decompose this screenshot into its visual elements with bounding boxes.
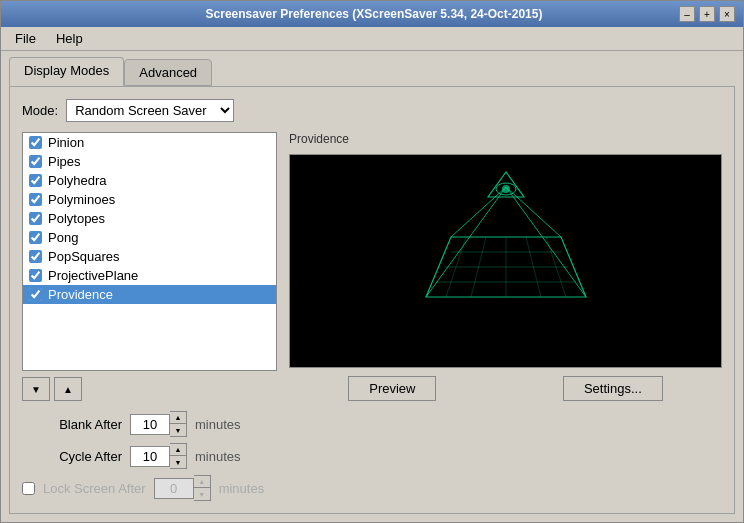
screensaver-checkbox[interactable] (29, 269, 42, 282)
screensaver-name: Pinion (48, 135, 84, 150)
screensaver-checkbox[interactable] (29, 136, 42, 149)
window-controls: – + × (679, 6, 735, 22)
maximize-button[interactable]: + (699, 6, 715, 22)
lock-spin-buttons: ▲ ▼ (194, 475, 211, 501)
blank-after-spin-buttons: ▲ ▼ (170, 411, 187, 437)
screensaver-checkbox[interactable] (29, 288, 42, 301)
screensaver-list[interactable]: PinionPipesPolyhedraPolyminoesPolytopesP… (22, 132, 277, 371)
screensaver-name: Providence (48, 287, 113, 302)
preview-box (289, 154, 722, 368)
svg-line-3 (451, 187, 506, 237)
menu-file[interactable]: File (9, 29, 42, 48)
preview-button[interactable]: Preview (348, 376, 436, 401)
tabs-bar: Display Modes Advanced (1, 51, 743, 86)
list-arrows: ▼ ▲ (22, 377, 277, 401)
cycle-after-unit: minutes (195, 449, 241, 464)
mode-label: Mode: (22, 103, 58, 118)
mode-row: Mode: Disable Screen Saver Blank Screen … (22, 99, 722, 122)
tab-advanced[interactable]: Advanced (124, 59, 212, 86)
blank-after-input[interactable] (130, 414, 170, 435)
cycle-after-input[interactable] (130, 446, 170, 467)
list-item[interactable]: Polyhedra (23, 171, 276, 190)
cycle-after-label: Cycle After (22, 449, 122, 464)
list-item[interactable]: Pinion (23, 133, 276, 152)
screensaver-name: Polyminoes (48, 192, 115, 207)
blank-after-up-button[interactable]: ▲ (170, 412, 186, 424)
lock-input (154, 478, 194, 499)
lock-up-button: ▲ (194, 476, 210, 488)
screensaver-name: ProjectivePlane (48, 268, 138, 283)
preview-label: Providence (289, 132, 722, 146)
lock-label: Lock Screen After (43, 481, 146, 496)
settings-button[interactable]: Settings... (563, 376, 663, 401)
screensaver-checkbox[interactable] (29, 193, 42, 206)
list-item[interactable]: Providence (23, 285, 276, 304)
mode-select[interactable]: Disable Screen Saver Blank Screen Only O… (66, 99, 234, 122)
blank-after-row: Blank After ▲ ▼ minutes (22, 411, 722, 437)
preview-buttons: Preview Settings... (289, 376, 722, 401)
preview-image (406, 154, 606, 327)
menu-help[interactable]: Help (50, 29, 89, 48)
lock-down-button: ▼ (194, 488, 210, 500)
cycle-after-down-button[interactable]: ▼ (170, 456, 186, 468)
lock-row: Lock Screen After ▲ ▼ minutes (22, 475, 722, 501)
blank-after-spinbox: ▲ ▼ (130, 411, 187, 437)
content-area: Mode: Disable Screen Saver Blank Screen … (9, 86, 735, 514)
list-item[interactable]: Polytopes (23, 209, 276, 228)
list-item[interactable]: Pipes (23, 152, 276, 171)
list-item[interactable]: Polyminoes (23, 190, 276, 209)
list-item[interactable]: PopSquares (23, 247, 276, 266)
main-row: PinionPipesPolyhedraPolyminoesPolytopesP… (22, 132, 722, 401)
screensaver-checkbox[interactable] (29, 250, 42, 263)
menubar: File Help (1, 27, 743, 51)
blank-after-unit: minutes (195, 417, 241, 432)
cycle-after-row: Cycle After ▲ ▼ minutes (22, 443, 722, 469)
svg-line-4 (506, 187, 561, 237)
svg-line-1 (426, 187, 506, 297)
screensaver-checkbox[interactable] (29, 231, 42, 244)
screensaver-name: Polyhedra (48, 173, 107, 188)
screensaver-name: PopSquares (48, 249, 120, 264)
lock-checkbox[interactable] (22, 482, 35, 495)
titlebar: Screensaver Preferences (XScreenSaver 5.… (1, 1, 743, 27)
close-button[interactable]: × (719, 6, 735, 22)
move-down-button[interactable]: ▼ (22, 377, 50, 401)
preview-area: Providence (289, 132, 722, 401)
move-up-button[interactable]: ▲ (54, 377, 82, 401)
screensaver-checkbox[interactable] (29, 212, 42, 225)
svg-point-7 (502, 185, 510, 193)
lock-unit: minutes (219, 481, 265, 496)
main-window: Screensaver Preferences (XScreenSaver 5.… (0, 0, 744, 523)
list-container: PinionPipesPolyhedraPolyminoesPolytopesP… (22, 132, 277, 401)
screensaver-name: Polytopes (48, 211, 105, 226)
screensaver-checkbox[interactable] (29, 174, 42, 187)
cycle-after-up-button[interactable]: ▲ (170, 444, 186, 456)
window-title: Screensaver Preferences (XScreenSaver 5.… (69, 7, 679, 21)
minimize-button[interactable]: – (679, 6, 695, 22)
lock-spinbox: ▲ ▼ (154, 475, 211, 501)
screensaver-name: Pong (48, 230, 78, 245)
bottom-controls: Blank After ▲ ▼ minutes Cycle After ▲ (22, 411, 722, 501)
cycle-after-spinbox: ▲ ▼ (130, 443, 187, 469)
screensaver-name: Pipes (48, 154, 81, 169)
tab-display-modes[interactable]: Display Modes (9, 57, 124, 86)
list-item[interactable]: Pong (23, 228, 276, 247)
cycle-after-spin-buttons: ▲ ▼ (170, 443, 187, 469)
list-item[interactable]: ProjectivePlane (23, 266, 276, 285)
blank-after-label: Blank After (22, 417, 122, 432)
blank-after-down-button[interactable]: ▼ (170, 424, 186, 436)
svg-line-2 (506, 187, 586, 297)
svg-marker-5 (488, 172, 524, 197)
screensaver-checkbox[interactable] (29, 155, 42, 168)
